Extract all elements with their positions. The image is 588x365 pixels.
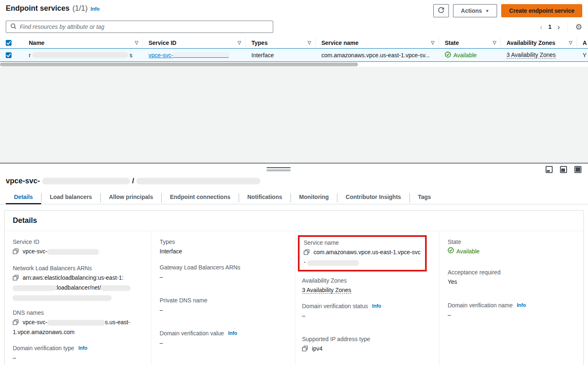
field-state: State Available xyxy=(448,239,577,256)
horizontal-scrollbar-thumb[interactable] xyxy=(0,63,358,66)
panel-layout-controls xyxy=(546,166,581,173)
redacted-service-name-suffix xyxy=(307,260,359,266)
panel-size-half-icon[interactable] xyxy=(560,166,567,173)
copy-icon[interactable] xyxy=(13,318,19,328)
row-checkbox-cell xyxy=(0,49,23,61)
info-link[interactable]: Info xyxy=(372,303,381,309)
field-service-name-highlighted: Service name com.amazonaws.vpce.us-east-… xyxy=(298,235,427,271)
split-panel-divider xyxy=(0,163,588,175)
field-domain-verification-type: Domain verification type Info – xyxy=(13,345,144,362)
page-number[interactable]: 1 xyxy=(548,23,551,30)
detail-panel: vpce-svc- / Details Load balancers Allow… xyxy=(0,175,588,365)
redacted-account-id xyxy=(13,285,55,291)
row-acceptance-cell: Y xyxy=(577,49,588,61)
row-service-id-cell: vpce-svc- xyxy=(143,49,246,61)
field-supported-ip-address-type: Supported IP address type ipv4 xyxy=(302,336,432,354)
field-types: Types Interface xyxy=(160,239,288,256)
column-header-clipped[interactable]: A xyxy=(577,37,588,48)
field-gwlb-arns: Gateway Load Balancers ARNs – xyxy=(160,264,288,281)
availability-zones-popover-trigger[interactable]: 3 Availability Zones xyxy=(507,51,556,58)
panel-title: vpce-svc- / xyxy=(0,175,588,185)
caret-down-icon: ▼ xyxy=(485,9,489,13)
redacted-arn-line xyxy=(13,295,112,301)
filter-icon[interactable]: ▽ xyxy=(238,40,241,45)
row-state-cell: Available xyxy=(439,49,501,61)
tab-contributor-insights[interactable]: Contributor Insights xyxy=(337,191,409,204)
filter-icon[interactable]: ▽ xyxy=(308,40,311,45)
copy-icon[interactable] xyxy=(13,248,19,257)
column-header-name[interactable]: Name ▽ xyxy=(23,37,143,48)
tab-endpoint-connections[interactable]: Endpoint connections xyxy=(162,191,239,204)
row-name-cell: r s xyxy=(23,49,143,61)
column-header-availability-zones[interactable]: Availability Zones ▽ xyxy=(501,37,577,48)
availability-zones-popover-trigger[interactable]: 3 Availability Zones xyxy=(302,287,351,294)
copy-icon[interactable] xyxy=(302,345,308,354)
actions-button[interactable]: Actions ▼ xyxy=(453,4,497,17)
search-input[interactable] xyxy=(20,23,269,30)
filter-icon[interactable]: ▽ xyxy=(135,40,138,45)
info-link[interactable]: Info xyxy=(228,330,237,336)
filter-row: ‹ 1 › ⚙ xyxy=(0,20,588,37)
pagination: ‹ 1 › ⚙ xyxy=(540,22,582,32)
redacted-service-id-value xyxy=(47,249,99,255)
tab-load-balancers[interactable]: Load balancers xyxy=(42,191,100,204)
field-domain-verification-status: Domain verification status Info – xyxy=(302,303,432,320)
refresh-icon xyxy=(438,7,444,15)
drag-handle[interactable] xyxy=(267,167,291,171)
filter-icon[interactable]: ▽ xyxy=(431,40,435,45)
details-column-2: Types Interface Gateway Load Balancers A… xyxy=(151,231,295,365)
field-private-dns-name: Private DNS name – xyxy=(160,297,288,314)
row-availability-zones-cell: 3 Availability Zones xyxy=(501,49,577,61)
redacted-lb-name xyxy=(101,285,130,291)
divider xyxy=(567,22,568,31)
detail-tabs: Details Load balancers Allow principals … xyxy=(0,191,588,204)
select-all-checkbox[interactable] xyxy=(6,40,12,46)
page-title: Endpoint services xyxy=(6,4,70,13)
column-header-service-id[interactable]: Service ID ▽ xyxy=(143,37,246,48)
copy-icon[interactable] xyxy=(13,274,19,283)
tab-notifications[interactable]: Notifications xyxy=(239,191,291,204)
table-header-row: Name ▽ Service ID ▽ Types ▽ Service name… xyxy=(0,37,588,48)
service-id-link[interactable]: vpce-svc- xyxy=(149,52,173,58)
column-header-state[interactable]: State ▽ xyxy=(439,37,501,48)
field-service-id: Service ID vpce-svc- xyxy=(13,239,144,257)
panel-size-full-icon[interactable] xyxy=(574,166,581,173)
search-box[interactable] xyxy=(6,21,273,33)
info-link[interactable]: Info xyxy=(91,6,100,12)
tab-allow-principals[interactable]: Allow principals xyxy=(101,191,161,204)
redacted-service-id xyxy=(173,52,229,58)
redacted-title-id xyxy=(42,178,130,184)
details-column-3: Service name com.amazonaws.vpce.us-east-… xyxy=(295,231,439,365)
panel-size-small-icon[interactable] xyxy=(546,166,553,173)
resource-count: (1/1) xyxy=(72,4,88,13)
field-domain-verification-name: Domain verification name Info – xyxy=(448,302,577,319)
table-row[interactable]: r s vpce-svc- Interface com.amazonaws.vp… xyxy=(0,48,588,62)
column-header-types[interactable]: Types ▽ xyxy=(246,37,316,48)
prev-page-icon[interactable]: ‹ xyxy=(540,23,543,31)
page-header: Endpoint services (1/1) Info Actions ▼ C… xyxy=(0,0,588,20)
details-column-1: Service ID vpce-svc- Network Load Balanc… xyxy=(5,231,151,365)
row-checkbox[interactable] xyxy=(6,52,12,58)
copy-icon[interactable] xyxy=(304,248,309,257)
info-link[interactable]: Info xyxy=(517,302,526,308)
settings-gear-icon[interactable]: ⚙ xyxy=(575,22,582,32)
redacted-dns-id xyxy=(47,320,105,325)
field-dns-names: DNS names vpce-svc-s.us-east- 1.vpce.ama… xyxy=(13,309,144,337)
tab-details[interactable]: Details xyxy=(6,191,41,204)
tab-monitoring[interactable]: Monitoring xyxy=(291,191,337,204)
next-page-icon[interactable]: › xyxy=(557,23,560,31)
row-types-cell: Interface xyxy=(246,49,316,61)
details-card: Details Service ID vpce-svc- Network Loa… xyxy=(4,210,584,365)
filter-icon[interactable]: ▽ xyxy=(569,40,572,45)
filter-icon[interactable]: ▽ xyxy=(493,40,496,45)
refresh-button[interactable] xyxy=(433,4,449,17)
redacted-name xyxy=(33,52,128,58)
create-endpoint-service-button[interactable]: Create endpoint service xyxy=(501,4,582,17)
column-header-service-name[interactable]: Service name ▽ xyxy=(316,37,439,48)
endpoint-services-list-pane: Endpoint services (1/1) Info Actions ▼ C… xyxy=(0,0,588,163)
tab-tags[interactable]: Tags xyxy=(410,191,439,204)
field-nlb-arns: Network Load Balancers ARNs arn:aws:elas… xyxy=(13,265,144,301)
info-link[interactable]: Info xyxy=(78,345,87,351)
search-icon xyxy=(10,23,16,30)
empty-area xyxy=(0,67,588,163)
